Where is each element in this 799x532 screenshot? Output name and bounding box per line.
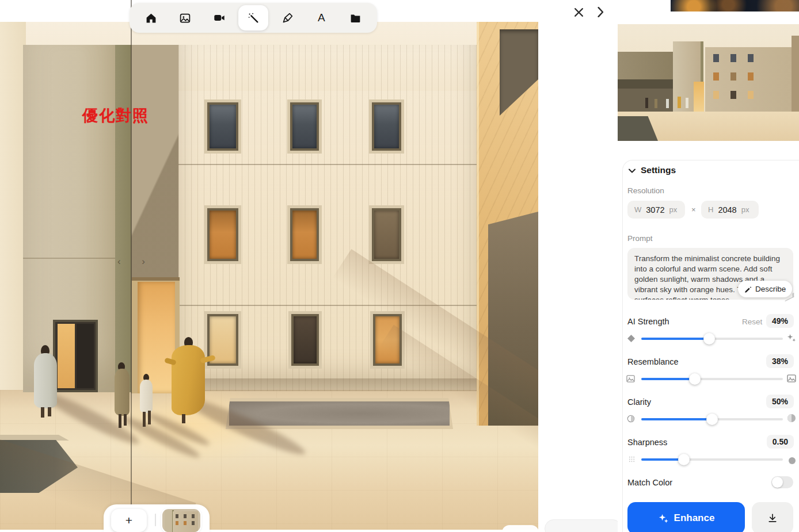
- scene-window: [372, 102, 401, 151]
- height-key: H: [708, 205, 713, 214]
- scene-door: [55, 322, 96, 390]
- video-tool-button[interactable]: [204, 5, 234, 30]
- figure-woman-gray: [32, 345, 60, 419]
- ai-enhance-tool-button[interactable]: [238, 5, 268, 30]
- right-sidebar: Settings Resolution W 3072 px × H 2048 p…: [618, 0, 799, 532]
- image-large-icon: [786, 373, 797, 384]
- enhance-button[interactable]: Enhance: [627, 502, 745, 532]
- text-tool-icon: A: [318, 12, 325, 24]
- resemblance-label: Resemblance: [627, 357, 679, 366]
- scene-pool-edge: [0, 435, 69, 441]
- canvas-zoom-pill[interactable]: [502, 525, 539, 532]
- settings-header[interactable]: Settings: [629, 165, 676, 175]
- bottom-pill[interactable]: [545, 519, 622, 532]
- ai-strength-label: AI Strength: [627, 317, 669, 326]
- scene-back-wall: [0, 22, 26, 396]
- image-icon: [179, 12, 191, 24]
- magic-wand-icon: [247, 12, 260, 24]
- next-button[interactable]: [592, 5, 609, 22]
- height-value: 2048: [718, 205, 736, 215]
- sparkles-icon: [786, 332, 796, 343]
- download-icon: [767, 512, 778, 524]
- match-color-toggle[interactable]: [771, 476, 793, 488]
- text-tool-button[interactable]: A: [306, 5, 336, 30]
- settings-title: Settings: [641, 165, 676, 175]
- home-icon: [145, 12, 157, 24]
- previous-result-thumbnail[interactable]: [671, 0, 799, 12]
- images-tool-button[interactable]: [170, 5, 200, 30]
- add-layer-button[interactable]: +: [111, 509, 147, 532]
- describe-button[interactable]: Describe: [738, 281, 792, 297]
- scene-window: [291, 314, 319, 366]
- comparison-label: 優化對照: [82, 105, 149, 126]
- enhance-sparkles-icon: [658, 513, 669, 524]
- enhance-button-label: Enhance: [674, 512, 715, 524]
- comparison-divider[interactable]: [131, 0, 132, 532]
- describe-icon: [744, 285, 752, 293]
- ai-strength-value: 49%: [766, 314, 794, 328]
- figure-child: [113, 362, 132, 437]
- sharpness-slider[interactable]: [641, 454, 783, 465]
- close-icon: [574, 7, 584, 20]
- main-toolbar: A: [130, 3, 377, 33]
- preview-thumbnail[interactable]: [618, 24, 799, 141]
- clarity-knob[interactable]: [706, 414, 718, 425]
- scene-tower-side: [115, 45, 131, 392]
- width-field[interactable]: W 3072 px: [627, 201, 685, 219]
- chevron-down-icon: [629, 165, 636, 175]
- width-unit: px: [669, 205, 678, 214]
- match-color-label: Match Color: [627, 478, 672, 487]
- scene-window-lit: [290, 208, 319, 261]
- height-field[interactable]: H 2048 px: [701, 201, 759, 219]
- files-tool-button[interactable]: [340, 5, 370, 30]
- figure-toddler: [138, 374, 155, 431]
- sharpness-knob[interactable]: [678, 454, 690, 465]
- scene-window: [372, 208, 401, 261]
- folder-icon: [349, 12, 362, 24]
- clarity-value: 50%: [766, 395, 794, 408]
- pen-icon: [281, 12, 294, 24]
- clarity-label: Clarity: [627, 397, 651, 407]
- video-camera-icon: [213, 12, 226, 24]
- settings-panel: Settings Resolution W 3072 px × H 2048 p…: [622, 160, 799, 532]
- figure-woman-yellow: [165, 337, 214, 424]
- solid-circle-icon: [787, 456, 797, 466]
- layer-thumbnail[interactable]: [162, 509, 200, 532]
- resemblance-slider[interactable]: [641, 373, 783, 385]
- resemblance-knob[interactable]: [689, 373, 701, 385]
- home-tool-button[interactable]: [136, 5, 166, 30]
- scene-window: [290, 102, 319, 151]
- download-button[interactable]: [752, 502, 793, 532]
- layer-tray: +: [104, 504, 210, 532]
- ai-strength-knob[interactable]: [703, 333, 715, 345]
- height-unit: px: [741, 205, 749, 214]
- width-value: 3072: [646, 205, 664, 215]
- editor-canvas[interactable]: 優化對照 ‹› +: [0, 0, 538, 532]
- resolution-label: Resolution: [627, 186, 664, 195]
- tray-separator: [155, 514, 156, 526]
- resemblance-value: 38%: [766, 354, 794, 368]
- app: 優化對照 ‹› +: [0, 0, 799, 532]
- diamond-icon: [626, 333, 636, 343]
- prompt-label: Prompt: [627, 234, 653, 243]
- sharpness-label: Sharpness: [627, 438, 667, 447]
- scene-window: [207, 102, 238, 151]
- close-button[interactable]: [570, 5, 587, 22]
- canvas-image: 優化對照 ‹›: [0, 22, 538, 530]
- width-key: W: [634, 205, 641, 214]
- draw-tool-button[interactable]: [272, 5, 302, 30]
- ai-strength-reset[interactable]: Reset: [742, 317, 762, 326]
- scene-facade-joint: [178, 164, 477, 165]
- image-small-icon: [625, 373, 636, 384]
- resolution-times: ×: [691, 205, 696, 214]
- contrast-low-icon: [626, 414, 636, 424]
- scene-tower-joint: [23, 258, 115, 259]
- blur-icon: [626, 454, 637, 464]
- clarity-slider[interactable]: [641, 414, 783, 425]
- contrast-high-icon: [786, 413, 797, 423]
- ai-strength-slider[interactable]: [641, 333, 783, 345]
- describe-button-label: Describe: [755, 285, 786, 293]
- sharpness-value: 0.50: [767, 435, 794, 449]
- chevron-right-icon: [597, 7, 604, 20]
- scene-window-lit: [207, 208, 238, 261]
